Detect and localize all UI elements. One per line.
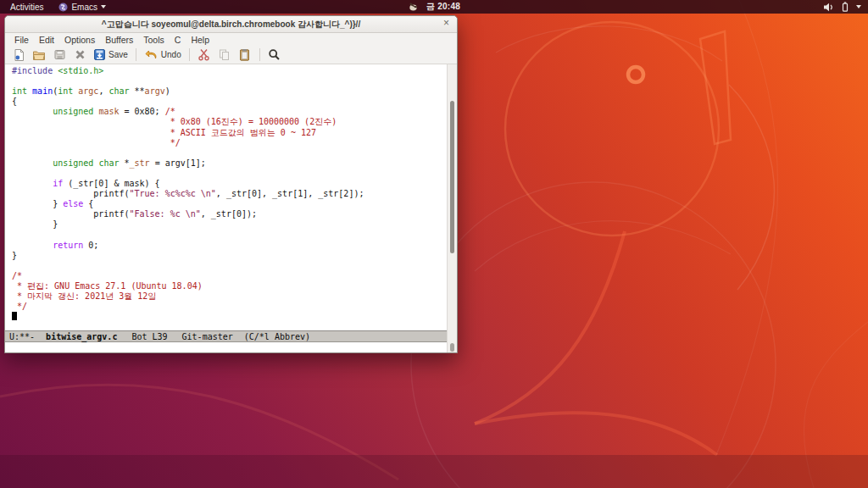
- toolbar-separator: [259, 48, 260, 61]
- cut-icon: [198, 48, 210, 61]
- copy-icon: [218, 48, 231, 61]
- close-buffer-icon: [75, 49, 86, 60]
- menu-file[interactable]: File: [9, 35, 34, 45]
- menu-tools[interactable]: Tools: [138, 35, 170, 45]
- open-file-button[interactable]: [30, 47, 48, 64]
- open-folder-icon: [32, 48, 46, 62]
- code-line: [12, 76, 457, 86]
- code-line: [12, 148, 457, 158]
- code-line: }: [12, 219, 457, 230]
- code-line: }: [12, 251, 457, 261]
- code-line: } else {: [12, 199, 457, 209]
- close-window-button[interactable]: ×: [443, 17, 449, 29]
- tray-app-icon[interactable]: [408, 2, 419, 12]
- code-line: unsigned mask = 0x80; /*: [12, 107, 457, 117]
- app-menu[interactable]: Emacs: [58, 3, 106, 12]
- code-line: printf("False: %c \n", _str[0]);: [12, 209, 457, 219]
- disk-icon: [53, 48, 66, 61]
- modeline-position: Bot L39: [131, 332, 167, 341]
- save-as-button[interactable]: [50, 47, 69, 64]
- code-line: unsigned char *_str = argv[1];: [12, 158, 457, 169]
- code-line: [12, 169, 457, 179]
- clock[interactable]: 금 20:48: [426, 1, 460, 13]
- cut-button[interactable]: [195, 47, 214, 64]
- system-menu-caret-icon: [856, 5, 861, 8]
- emacs-icon: [58, 3, 68, 12]
- activities-button[interactable]: Activities: [7, 3, 47, 12]
- code-line: * 마지막 갱신: 2021년 3월 12일: [12, 291, 457, 302]
- toolbar-separator: [189, 48, 190, 61]
- code-line: return 0;: [12, 241, 457, 251]
- code-line: * 0x80 (16진수) = 10000000 (2진수): [12, 117, 457, 127]
- code-line: /*: [12, 271, 457, 281]
- scrollbar-thumb[interactable]: [450, 101, 454, 253]
- modeline-filename: bitwise_argv.c: [46, 332, 117, 341]
- copy-button[interactable]: [215, 47, 234, 64]
- code-line: */: [12, 302, 457, 312]
- code-line: int main(int argc, char **argv): [12, 86, 457, 97]
- modeline-status: U:**-: [9, 332, 35, 341]
- paste-icon: [238, 48, 251, 61]
- menu-c[interactable]: C: [170, 35, 186, 45]
- scrollbar-track[interactable]: [447, 64, 457, 352]
- new-file-button[interactable]: [9, 47, 28, 64]
- code-line: [12, 261, 457, 271]
- save-label: Save: [108, 50, 128, 59]
- code-line: if (_str[0] & mask) {: [12, 179, 457, 189]
- app-menu-label: Emacs: [71, 3, 97, 12]
- menu-options[interactable]: Options: [59, 35, 100, 45]
- undo-label: Undo: [161, 50, 181, 59]
- system-status-area[interactable]: [823, 2, 868, 12]
- search-icon: [268, 48, 281, 61]
- text-cursor: [12, 312, 17, 320]
- undo-button[interactable]: Undo: [142, 47, 184, 64]
- new-file-icon: [13, 48, 25, 62]
- wallpaper-bottom-band: [0, 455, 868, 488]
- code-line: * ASCII 코드값의 범위는 0 ~ 127: [12, 128, 457, 138]
- code-line: #include <stdio.h>: [12, 66, 457, 76]
- minibuffer[interactable]: [5, 342, 457, 352]
- save-icon: [93, 48, 106, 61]
- undo-icon: [144, 49, 159, 61]
- menu-buffers[interactable]: Buffers: [100, 35, 138, 45]
- code-line: */: [12, 138, 457, 148]
- volume-icon: [823, 3, 834, 12]
- code-line: {: [12, 97, 457, 107]
- code-line: [12, 312, 457, 322]
- code-line: [12, 230, 457, 241]
- code-line: printf("True: %c%c%c \n", _str[0], _str[…: [12, 189, 457, 199]
- gnome-top-bar: Activities Emacs 금 20:48: [0, 0, 868, 14]
- window-title: ^고맙습니다 soyeomul@delta.birch.chromebook 감…: [102, 19, 360, 30]
- minibuffer-scrollbar-thumb[interactable]: [450, 343, 454, 352]
- code-area[interactable]: #include <stdio.h>int main(int argc, cha…: [5, 64, 457, 330]
- tool-bar: Save Undo: [5, 46, 457, 64]
- mode-line[interactable]: U:**- bitwise_argv.c Bot L39 Git-master …: [5, 330, 447, 342]
- window-titlebar[interactable]: ^고맙습니다 soyeomul@delta.birch.chromebook 감…: [5, 16, 457, 33]
- code-line: * 편집: GNU Emacs 27.1 (Ubuntu 18.04): [12, 281, 457, 291]
- modeline-vc-branch: Git-master: [182, 332, 233, 341]
- toolbar-separator: [136, 48, 136, 61]
- search-button[interactable]: [265, 47, 284, 64]
- close-buffer-button[interactable]: [70, 47, 89, 64]
- emacs-window: ^고맙습니다 soyeomul@delta.birch.chromebook 감…: [4, 15, 458, 353]
- paste-button[interactable]: [236, 47, 254, 64]
- menu-edit[interactable]: Edit: [34, 35, 59, 45]
- menu-bar: File Edit Options Buffers Tools C Help: [5, 33, 457, 46]
- battery-icon: [840, 2, 850, 12]
- save-button[interactable]: Save: [91, 47, 131, 64]
- menu-help[interactable]: Help: [186, 35, 214, 45]
- chevron-down-icon: [101, 5, 106, 8]
- modeline-major-mode: (C/*l Abbrev): [244, 332, 310, 341]
